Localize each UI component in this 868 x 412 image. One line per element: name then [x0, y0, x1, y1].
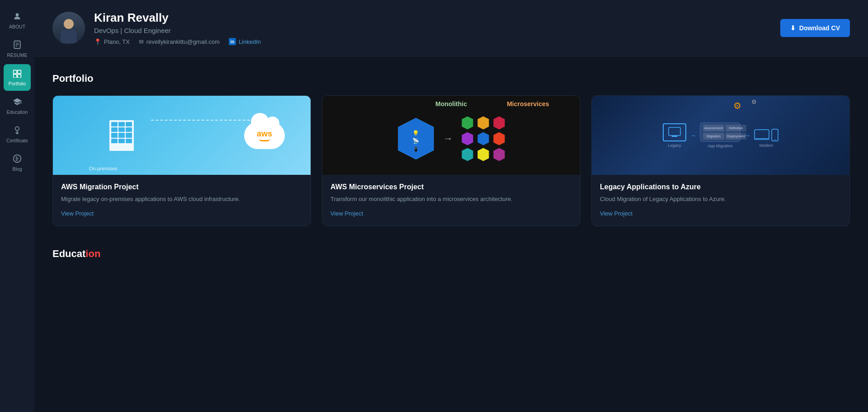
- svg-rect-25: [755, 130, 769, 139]
- sidebar-item-resume[interactable]: RESUME: [4, 36, 31, 62]
- svg-marker-16: [493, 116, 505, 129]
- email-icon: ✉: [139, 38, 144, 45]
- window: [118, 133, 125, 137]
- monolithic-label: Monolithic: [435, 100, 467, 108]
- azure-app-migration: Assessment Definition Migration Deployme…: [700, 122, 741, 148]
- app-migration-label: App Migration: [708, 144, 733, 148]
- education-title-word: Educat: [52, 248, 85, 259]
- hex-cluster-item: [476, 147, 491, 162]
- building-shape: [109, 120, 134, 151]
- header-info: Kiran Revally DevOps | Cloud Engineer 📍 …: [94, 11, 261, 45]
- svg-rect-23: [669, 127, 680, 136]
- window: [126, 122, 132, 126]
- sidebar-item-blog[interactable]: Blog: [4, 150, 31, 176]
- hex-cluster-item: [476, 131, 491, 146]
- hex-cluster: [460, 116, 506, 162]
- view-project-aws-migration[interactable]: View Project: [61, 210, 302, 217]
- deployment-box: Deployment: [726, 133, 746, 140]
- about-icon: [13, 12, 22, 22]
- hex-cluster-item: [476, 116, 491, 130]
- svg-point-0: [16, 13, 19, 16]
- window: [111, 127, 118, 132]
- window: [111, 139, 118, 143]
- on-premises-label: On-premises: [89, 166, 118, 171]
- svg-marker-22: [493, 148, 505, 161]
- microservices-illustration: Monolithic Microservices 💡 📡 📱: [322, 96, 580, 175]
- flow-arrow-1: →: [690, 132, 696, 139]
- card-body-microservices: AWS Microservices Project Transform our …: [322, 175, 580, 226]
- migration-box: Migration: [703, 133, 724, 140]
- laptop-svg: [754, 129, 769, 141]
- card-image-aws-migration: aws On-premises: [53, 96, 311, 175]
- svg-rect-5: [14, 70, 17, 74]
- svg-rect-6: [18, 70, 21, 74]
- header-title: DevOps | Cloud Engineer: [94, 27, 261, 34]
- svg-rect-24: [672, 136, 677, 137]
- window: [118, 139, 125, 143]
- location-icon: 📍: [94, 38, 101, 45]
- view-project-azure[interactable]: View Project: [600, 210, 841, 217]
- education-title-accent: ion: [85, 248, 100, 259]
- window: [126, 133, 132, 137]
- sidebar-item-certificate[interactable]: Certificate: [4, 121, 31, 148]
- window: [118, 122, 125, 126]
- hex-cluster-item: [492, 131, 506, 146]
- aws-text: aws: [257, 129, 272, 139]
- svg-text:📡: 📡: [413, 137, 420, 145]
- hex-cluster-item: [460, 147, 475, 162]
- education-section-title: Education: [52, 248, 850, 260]
- linkedin-meta[interactable]: in LinkedIn: [229, 38, 261, 45]
- email-meta: ✉ revellykirankittu@gmail.com: [139, 38, 220, 45]
- view-project-microservices[interactable]: View Project: [330, 210, 572, 217]
- hex-single: 💡 📡 📱: [396, 116, 436, 161]
- svg-marker-21: [477, 148, 489, 161]
- linkedin-link[interactable]: LinkedIn: [239, 38, 261, 45]
- svg-rect-26: [754, 139, 769, 140]
- education-icon: [13, 97, 22, 108]
- sidebar-label-about: ABOUT: [9, 24, 25, 29]
- azure-flow: Legacy → Assessment Definition: [658, 118, 783, 153]
- portfolio-section-title: Portfolio: [52, 73, 850, 84]
- card-desc-microservices: Transform our monolithic application int…: [330, 195, 572, 204]
- dashed-arrow: [151, 120, 259, 121]
- card-body-aws-migration: AWS Migration Project Migrate legacy on-…: [53, 175, 311, 226]
- resume-icon: [13, 40, 22, 51]
- aws-cloud-logo: aws: [244, 122, 285, 149]
- aws-smile: [259, 139, 270, 141]
- header-left: Kiran Revally DevOps | Cloud Engineer 📍 …: [52, 11, 261, 45]
- card-title-aws-migration: AWS Migration Project: [61, 183, 302, 191]
- portfolio-grid: aws On-premises AWS Migration Project Mi…: [52, 95, 850, 226]
- window: [111, 133, 118, 137]
- definition-box: Definition: [726, 125, 746, 131]
- card-desc-azure: Cloud Migration of Legacy Applications t…: [600, 195, 841, 204]
- sidebar-item-portfolio[interactable]: Portfolio: [4, 64, 31, 91]
- svg-marker-14: [462, 116, 473, 129]
- download-cv-button[interactable]: ⬇ Download CV: [780, 19, 850, 37]
- portfolio-card-aws-migration: aws On-premises AWS Migration Project Mi…: [52, 95, 311, 226]
- azure-legacy: Legacy: [663, 123, 686, 148]
- sidebar-label-portfolio: Portfolio: [9, 81, 26, 86]
- window: [126, 139, 132, 143]
- legacy-label: Legacy: [668, 143, 681, 148]
- azure-gear-icon: ⚙: [733, 100, 741, 111]
- azure-modern: Modern: [754, 123, 778, 148]
- sidebar-item-about[interactable]: ABOUT: [4, 7, 31, 34]
- content-area: Portfolio: [34, 56, 868, 279]
- download-icon: ⬇: [790, 24, 796, 32]
- phone-svg: [771, 129, 778, 141]
- window: [118, 127, 125, 132]
- blog-icon: [13, 154, 22, 164]
- certificate-icon: [13, 126, 22, 136]
- modern-devices: [754, 123, 778, 141]
- sidebar-item-education[interactable]: Education: [4, 93, 31, 119]
- svg-marker-18: [477, 132, 489, 145]
- card-body-azure: Legacy Applications to Azure Cloud Migra…: [592, 175, 849, 226]
- portfolio-card-microservices: Monolithic Microservices 💡 📡 📱: [322, 95, 580, 226]
- azure-gear-small-icon: ⚙: [751, 98, 757, 105]
- aws-building: [109, 120, 134, 151]
- svg-point-9: [15, 127, 19, 131]
- svg-text:📱: 📱: [413, 146, 419, 152]
- microservices-arrow: →: [443, 133, 453, 145]
- monitor-svg: [668, 127, 681, 138]
- hex-cluster-item: [460, 116, 475, 130]
